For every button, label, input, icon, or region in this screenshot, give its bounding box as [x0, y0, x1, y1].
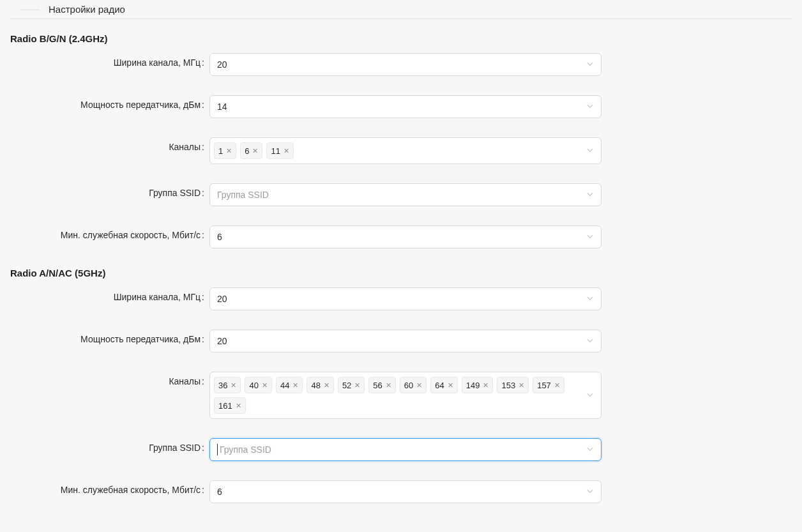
select-value: 6	[217, 487, 222, 497]
channel-tag-label: 161	[218, 401, 232, 411]
chevron-down-icon	[586, 337, 594, 345]
select-24-ssid-group[interactable]: Группа SSID	[209, 183, 602, 206]
chevron-down-icon	[586, 233, 594, 241]
section-header-24ghz: Radio B/G/N (2.4GHz)	[10, 33, 792, 44]
select-value: 6	[217, 232, 222, 242]
tag-remove-icon[interactable]: ✕	[236, 402, 241, 409]
tag-remove-icon[interactable]: ✕	[284, 148, 289, 155]
row-24-ssid-group: Группа SSID Группа SSID	[10, 183, 792, 206]
row-24-channels: Каналы 1✕6✕11✕	[10, 137, 792, 164]
channel-tag-label: 6	[245, 146, 249, 156]
channel-tag: 11✕	[266, 142, 293, 159]
label-24-tx-power: Мощность передатчика, дБм	[10, 95, 209, 110]
select-24-tx-power[interactable]: 14	[209, 95, 602, 118]
chevron-down-icon	[586, 488, 594, 496]
tag-remove-icon[interactable]: ✕	[416, 382, 422, 389]
channel-tag: 161✕	[214, 397, 246, 414]
row-5-tx-power: Мощность передатчика, дБм 20	[10, 330, 792, 353]
chevron-down-icon	[586, 147, 594, 155]
fieldset-title: Настройки радио	[10, 0, 792, 19]
select-5-channel-width[interactable]: 20	[209, 287, 602, 310]
row-5-channel-width: Ширина канала, МГц 20	[10, 287, 792, 310]
label-5-channel-width: Ширина канала, МГц	[10, 287, 209, 302]
channel-tag-label: 40	[249, 381, 258, 390]
label-24-ssid-group: Группа SSID	[10, 183, 209, 198]
channel-tag-label: 36	[218, 381, 227, 390]
channel-tag: 44✕	[276, 377, 303, 393]
tag-remove-icon[interactable]: ✕	[448, 382, 453, 389]
channel-tag-label: 60	[404, 381, 413, 390]
channel-tag: 56✕	[368, 377, 395, 393]
multiselect-5-channels[interactable]: 36✕40✕44✕48✕52✕56✕60✕64✕149✕153✕157✕161✕	[209, 372, 602, 419]
channel-tag-label: 153	[501, 381, 515, 390]
tag-remove-icon[interactable]: ✕	[252, 148, 258, 155]
tag-remove-icon[interactable]: ✕	[386, 382, 391, 389]
radio-settings-form: Настройки радио Radio B/G/N (2.4GHz) Шир…	[0, 0, 802, 532]
select-value: 20	[217, 59, 227, 70]
channel-tag: 40✕	[245, 377, 271, 393]
channel-tag-label: 11	[271, 146, 280, 156]
select-value: 20	[217, 294, 227, 304]
channel-tag-label: 149	[466, 381, 480, 390]
label-5-channels: Каналы	[10, 372, 209, 386]
channel-tag-label: 52	[342, 381, 351, 390]
channel-tag-label: 157	[537, 381, 551, 390]
tag-remove-icon[interactable]: ✕	[518, 382, 524, 389]
section-header-5ghz: Radio A/N/AC (5GHz)	[10, 268, 792, 278]
text-cursor	[217, 444, 218, 455]
label-24-channels: Каналы	[10, 137, 209, 152]
tag-remove-icon[interactable]: ✕	[262, 382, 268, 389]
select-5-ssid-group[interactable]: Группа SSID	[209, 438, 602, 461]
select-5-min-rate[interactable]: 6	[209, 480, 602, 503]
row-5-channels: Каналы 36✕40✕44✕48✕52✕56✕60✕64✕149✕153✕1…	[10, 372, 792, 419]
row-24-channel-width: Ширина канала, МГц 20	[10, 53, 792, 76]
select-placeholder: Группа SSID	[220, 445, 271, 455]
tag-remove-icon[interactable]: ✕	[226, 148, 232, 155]
tag-remove-icon[interactable]: ✕	[554, 382, 560, 389]
channel-tag-label: 48	[311, 381, 320, 390]
tag-remove-icon[interactable]: ✕	[231, 382, 236, 389]
channel-tag: 153✕	[497, 377, 529, 393]
row-5-min-rate: Мин. служебная скорость, Мбит/с 6	[10, 480, 792, 503]
channel-tag-label: 64	[435, 381, 444, 390]
channel-tag: 157✕	[533, 377, 564, 393]
label-5-tx-power: Мощность передатчика, дБм	[10, 330, 209, 344]
channel-tag: 48✕	[306, 377, 333, 393]
channel-tag-label: 56	[373, 381, 382, 390]
tag-remove-icon[interactable]: ✕	[292, 382, 298, 389]
chevron-down-icon	[586, 295, 594, 303]
channel-tag: 6✕	[240, 142, 262, 159]
label-24-channel-width: Ширина канала, МГц	[10, 53, 209, 68]
channel-tag-label: 44	[280, 381, 289, 390]
channel-tag: 52✕	[338, 377, 365, 393]
label-5-ssid-group: Группа SSID	[10, 438, 209, 453]
tag-remove-icon[interactable]: ✕	[324, 382, 329, 389]
select-value: 14	[217, 102, 227, 112]
channel-tag: 36✕	[214, 377, 241, 393]
channel-tag: 64✕	[430, 377, 457, 393]
chevron-down-icon	[586, 191, 594, 199]
select-24-min-rate[interactable]: 6	[209, 225, 602, 248]
channel-tag: 1✕	[214, 142, 236, 159]
channel-tag: 60✕	[400, 377, 427, 393]
tag-remove-icon[interactable]: ✕	[483, 382, 488, 389]
channel-tag-label: 1	[218, 146, 223, 156]
label-24-min-rate: Мин. служебная скорость, Мбит/с	[10, 225, 209, 240]
chevron-down-icon	[586, 391, 594, 399]
tag-remove-icon[interactable]: ✕	[354, 382, 360, 389]
row-24-min-rate: Мин. служебная скорость, Мбит/с 6	[10, 225, 792, 248]
chevron-down-icon	[586, 446, 594, 453]
select-placeholder: Группа SSID	[217, 190, 269, 200]
label-5-min-rate: Мин. служебная скорость, Мбит/с	[10, 480, 209, 495]
multiselect-24-channels[interactable]: 1✕6✕11✕	[209, 137, 602, 164]
row-24-tx-power: Мощность передатчика, дБм 14	[10, 95, 792, 118]
row-5-ssid-group: Группа SSID Группа SSID	[10, 438, 792, 461]
select-value: 20	[217, 336, 227, 346]
select-24-channel-width[interactable]: 20	[209, 53, 602, 76]
chevron-down-icon	[586, 61, 594, 68]
select-5-tx-power[interactable]: 20	[209, 330, 602, 353]
channel-tag: 149✕	[462, 377, 494, 393]
chevron-down-icon	[586, 103, 594, 110]
